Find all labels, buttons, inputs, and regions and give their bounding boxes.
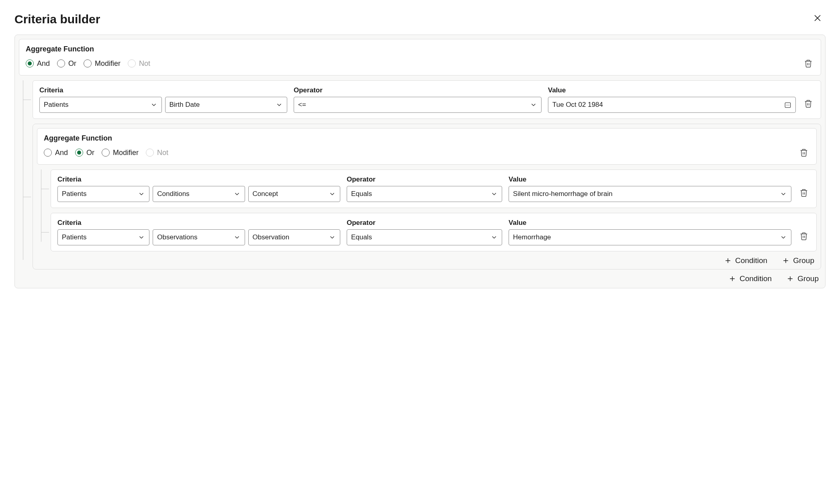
delete-condition-button[interactable] [798,187,810,199]
select-value: Observations [157,233,231,241]
add-condition-button[interactable]: Condition [728,274,772,283]
criteria-select-level1[interactable]: Patients [57,229,149,245]
value-select[interactable]: Hemorrhage [509,229,791,245]
trash-icon [804,59,813,68]
radio-icon [57,59,65,67]
radio-or[interactable]: Or [75,149,94,157]
plus-icon [728,275,736,283]
trash-icon [799,148,808,157]
radio-label: Not [157,149,168,157]
select-value: Hemorrhage [513,233,777,241]
radio-label: Modifier [113,149,139,157]
chevron-down-icon [233,190,241,198]
radio-icon [75,149,83,157]
criteria-select-level3[interactable]: Concept [248,186,340,202]
radio-modifier[interactable]: Modifier [84,59,121,68]
select-value: Patients [62,190,135,198]
chevron-down-icon [491,234,498,241]
value-select[interactable]: Silent micro-hemorrhage of brain [509,186,791,202]
plus-icon [782,257,790,265]
select-value: Concept [253,190,326,198]
select-value: Conditions [157,190,231,198]
chevron-down-icon [329,190,336,198]
add-group-button[interactable]: Group [786,274,819,283]
select-value: Silent micro-hemorrhage of brain [513,190,777,198]
date-value: Tue Oct 02 1984 [552,101,782,109]
radio-label: Modifier [95,59,121,68]
delete-group-button[interactable] [798,147,810,159]
criteria-select-level1[interactable]: Patients [39,97,162,113]
radio-label: Or [86,149,94,157]
operator-select[interactable]: <= [294,97,542,113]
radio-and[interactable]: And [44,149,68,157]
select-value: Equals [351,233,488,241]
select-value: Birth Date [170,101,274,109]
chevron-down-icon [329,234,336,241]
criteria-row: Criteria Patients Conditions [51,169,817,208]
select-value: Patients [62,233,135,241]
radio-icon [84,59,92,67]
criteria-select-level2[interactable]: Observations [153,229,245,245]
chevron-down-icon [150,101,157,108]
radio-and[interactable]: And [26,59,50,68]
plus-icon [786,275,794,283]
date-picker-icon [784,101,791,108]
criteria-row: Criteria Patients Birth Date Operator [33,80,821,119]
page-title: Criteria builder [14,12,100,26]
root-children: Criteria Patients Birth Date Operator [23,80,821,269]
select-value: Patients [44,101,148,109]
delete-condition-button[interactable] [798,230,810,242]
criteria-select-level2[interactable]: Birth Date [165,97,288,113]
chevron-down-icon [530,101,537,108]
button-label: Group [793,256,814,265]
chevron-down-icon [276,101,283,108]
operator-label: Operator [347,219,502,227]
value-label: Value [509,175,791,184]
radio-label: And [37,59,50,68]
value-label: Value [548,86,796,94]
radio-not: Not [146,149,168,157]
operator-label: Operator [347,175,502,184]
select-value: <= [298,101,527,109]
criteria-select-level1[interactable]: Patients [57,186,149,202]
radio-icon [44,149,52,157]
criteria-label: Criteria [57,175,340,184]
criteria-row: Criteria Patients Observations [51,213,817,251]
select-value: Equals [351,190,488,198]
plus-icon [724,257,732,265]
delete-group-button[interactable] [802,57,814,69]
value-date-input[interactable]: Tue Oct 02 1984 [548,97,796,113]
criteria-label: Criteria [57,219,340,227]
root-group-header: Aggregate Function And Or Modifier Not [19,39,821,75]
radio-icon [128,59,136,67]
radio-not: Not [128,59,150,68]
criteria-select-level2[interactable]: Conditions [153,186,245,202]
nested-children: Criteria Patients Conditions [41,169,817,251]
chevron-down-icon [491,190,498,198]
radio-icon [102,149,110,157]
radio-modifier[interactable]: Modifier [102,149,139,157]
radio-label: Or [68,59,76,68]
trash-icon [804,99,813,108]
operator-select[interactable]: Equals [347,229,502,245]
close-button[interactable] [809,11,826,27]
operator-select[interactable]: Equals [347,186,502,202]
radio-label: And [55,149,68,157]
add-condition-button[interactable]: Condition [724,256,767,265]
radio-icon [26,59,34,67]
nested-group-header: Aggregate Function And Or [37,128,817,165]
select-value: Observation [253,233,326,241]
button-label: Condition [740,274,772,283]
operator-label: Operator [294,86,542,94]
chevron-down-icon [138,234,145,241]
radio-or[interactable]: Or [57,59,76,68]
button-label: Group [797,274,819,283]
nested-actions: Condition Group [37,251,817,265]
criteria-label: Criteria [39,86,287,94]
chevron-down-icon [233,234,241,241]
nested-aggregate-radio-group: And Or Modifier [44,149,168,157]
chevron-down-icon [780,190,787,198]
criteria-select-level3[interactable]: Observation [248,229,340,245]
delete-condition-button[interactable] [802,98,814,110]
add-group-button[interactable]: Group [782,256,814,265]
